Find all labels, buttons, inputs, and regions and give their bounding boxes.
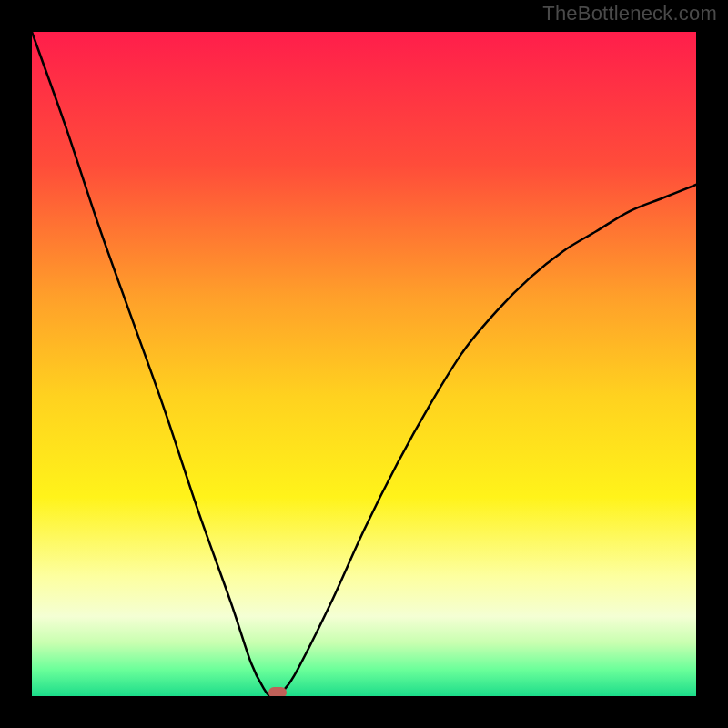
optimal-point-marker — [268, 687, 287, 696]
chart-frame: TheBottleneck.com — [0, 0, 728, 728]
watermark-text: TheBottleneck.com — [542, 2, 717, 25]
curve-layer — [32, 32, 696, 696]
bottleneck-curve — [32, 32, 696, 696]
plot-area — [32, 32, 696, 696]
